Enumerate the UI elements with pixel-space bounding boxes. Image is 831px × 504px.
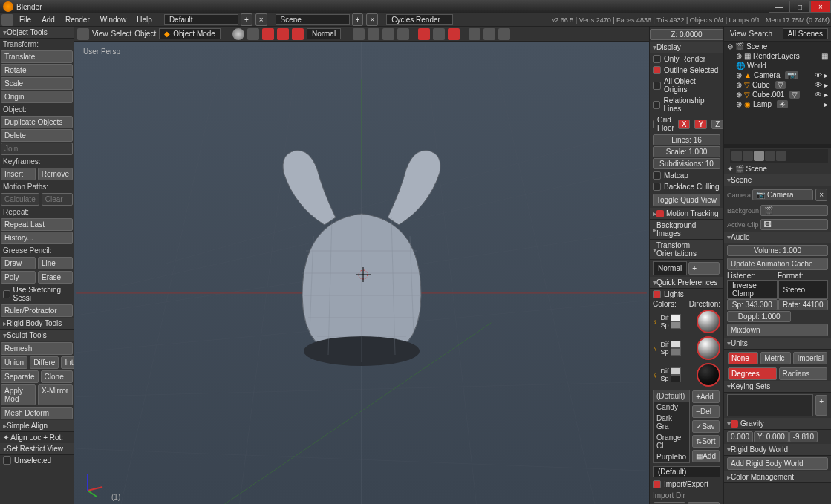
audio-volume[interactable]: Volume: 1.000 [727,245,828,256]
orientation-select[interactable]: Normal [653,261,687,275]
snaptype-icon[interactable] [433,28,445,40]
clone-button[interactable]: Clone [41,370,73,383]
layer-4[interactable] [397,28,409,40]
shading-selector[interactable]: Normal [307,28,341,39]
listener-mode[interactable]: Inverse Clamp [727,280,778,299]
lights-check[interactable]: Lights [650,289,723,300]
insert-keyframe[interactable]: Insert [1,168,36,180]
panel-units[interactable]: Units [724,338,831,350]
use-sketching[interactable]: Use Sketching Sessi [0,284,74,304]
grid-lines[interactable]: Lines: 16 [653,134,720,145]
snap-icon[interactable] [418,28,430,40]
select-menu[interactable]: Select [111,30,132,38]
panel-rigidbody[interactable]: Rigid Body World [724,444,831,456]
menu-render[interactable]: Render [61,14,94,25]
differe-button[interactable]: Differe [30,356,59,369]
xmirror-button[interactable]: X-Mirror [38,384,73,405]
origin-button[interactable]: Origin [1,91,73,103]
menu-file[interactable]: File [15,14,36,25]
gp-erase[interactable]: Erase [38,271,73,284]
calculate-button[interactable]: Calculate [1,193,39,206]
lamp3-icon[interactable]: ♀ [653,371,659,379]
rotate-icon[interactable] [292,28,304,40]
gravity-z[interactable]: -9.810 [789,431,818,442]
preset-orange[interactable]: Orange Cl [654,432,689,451]
translate-button[interactable]: Translate [1,50,73,63]
tab-layers[interactable] [743,151,753,161]
panel-keying[interactable]: Keying Sets [724,381,831,393]
misc-icon[interactable] [498,28,510,40]
orientation-add[interactable]: + [688,262,720,275]
grid-scale[interactable]: Scale: 1.000 [653,146,720,157]
panel-gravity[interactable]: Gravity [724,418,831,430]
axis-x[interactable]: X [678,120,691,129]
history-button[interactable]: History... [1,232,73,244]
panel-setrestrict[interactable]: Set Restrict View [0,443,74,455]
pivot-icon[interactable] [247,28,259,40]
layout-selector[interactable]: Default [164,14,238,25]
gp-line[interactable]: Line [38,257,73,269]
units-radians[interactable]: Radians [779,367,828,380]
remesh-button[interactable]: Remesh [1,342,73,355]
gp-draw[interactable]: Draw [1,257,36,269]
gravity-x[interactable]: 0.000 [727,431,753,442]
repeat-last[interactable]: Repeat Last [1,218,73,231]
units-imperial[interactable]: Imperial [793,352,827,364]
applymod-button[interactable]: Apply Mod [1,384,36,405]
audio-format[interactable]: Stereo [778,280,829,299]
view-menu[interactable]: View [92,30,108,38]
tab-render[interactable] [731,151,742,161]
scene-bg[interactable]: 🎬 [760,205,828,216]
panel-scene[interactable]: Scene [724,174,831,186]
keying-add[interactable]: + [815,395,827,416]
shading-solid-icon[interactable] [232,28,244,40]
all-origins[interactable]: All Object Origins [650,76,723,95]
preset-purple[interactable]: Purplebo [654,451,689,462]
panel-audio[interactable]: Audio [724,232,831,243]
preset-sort[interactable]: ⇅Sort [692,435,720,448]
tab-object[interactable] [776,151,786,161]
panel-quickprefs[interactable]: Quick Preferences [650,277,723,289]
preset-add[interactable]: +Add [692,390,720,403]
panel-display[interactable]: Display [650,42,723,53]
lamp-icon[interactable]: ♀ [653,318,659,326]
remove-keyframe[interactable]: Remove [38,168,73,180]
unselected-check[interactable]: Unselected [0,455,74,466]
gravity-y[interactable]: Y: 0.000 [754,431,789,442]
meshdeform-button[interactable]: Mesh Deform [1,407,73,419]
duplicate-button[interactable]: Duplicate Objects [1,116,73,128]
light-sphere-1[interactable] [697,310,720,333]
lamp2-icon[interactable]: ♀ [653,344,659,353]
panel-colormgmt[interactable]: Color Management [724,471,831,483]
maximize-button[interactable]: □ [789,1,810,13]
outliner-view[interactable]: View [730,30,746,38]
outline-selected[interactable]: Outline Selected [650,65,723,76]
ruler-button[interactable]: Ruler/Protractor [1,304,73,317]
preset-darkgra[interactable]: Dark Gra [654,413,689,432]
relationship-lines[interactable]: Relationship Lines [650,95,723,114]
units-metric[interactable]: Metric [760,352,791,364]
panel-sculpt-tools[interactable]: Sculpt Tools [0,330,74,341]
preset-selector[interactable]: (Default) [653,466,720,477]
camera-clear[interactable]: × [815,189,827,201]
panel-simplealign[interactable]: Simple Align [0,420,74,432]
audio-rate[interactable]: Rate: 44100 [778,299,829,310]
outliner-filter[interactable]: All Scenes [783,28,828,39]
audio-doppler[interactable]: Doppl: 1.000 [727,311,791,322]
active-clip[interactable]: 🎞 [760,219,828,230]
panel-motiontracking[interactable]: Motion Tracking [650,208,723,220]
light-sphere-2[interactable] [697,336,720,360]
minimize-button[interactable]: — [769,1,789,13]
backface-check[interactable]: Backface Culling [650,181,723,192]
separate-button[interactable]: Separate [1,370,39,383]
only-render[interactable]: Only Render [650,53,723,65]
menu-help[interactable]: Help [132,14,157,25]
mode-selector[interactable]: ◆Object Mode [159,28,221,39]
grid-floor[interactable]: Grid Floor X Y Z [650,114,723,134]
toggle-quad[interactable]: Toggle Quad View [653,194,720,206]
layer-3[interactable] [382,28,394,40]
join-button[interactable]: Join [1,143,73,155]
object-menu[interactable]: Object [134,30,156,38]
scale-button[interactable]: Scale [1,77,73,90]
layout-add[interactable]: + [241,13,252,26]
